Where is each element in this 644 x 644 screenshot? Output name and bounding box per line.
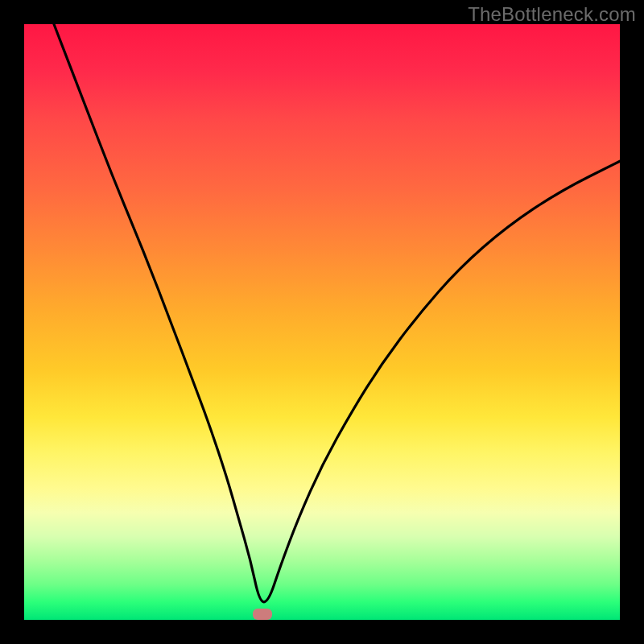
min-marker [253, 609, 272, 620]
bottleneck-curve [24, 24, 620, 620]
chart-container: TheBottleneck.com [0, 0, 644, 644]
plot-area [24, 24, 620, 620]
watermark-text: TheBottleneck.com [468, 3, 636, 26]
curve-path [54, 24, 620, 602]
